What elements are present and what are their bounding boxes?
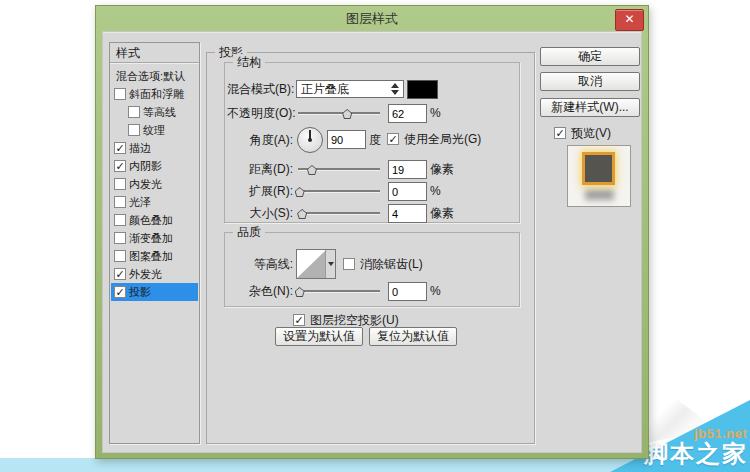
contour-label: 等高线: xyxy=(227,255,293,273)
sidebar-item-inner-shadow[interactable]: ✓ 内阴影 xyxy=(111,157,198,175)
shadow-color-swatch[interactable] xyxy=(407,80,438,99)
ok-button[interactable]: 确定 xyxy=(540,47,640,66)
sidebar-item-inner-glow[interactable]: ✓ 内发光 xyxy=(111,175,198,193)
new-style-button[interactable]: 新建样式(W)... xyxy=(540,98,640,117)
slider-thumb[interactable] xyxy=(307,165,317,175)
noise-row: 杂色(N): % xyxy=(225,282,519,302)
chevron-down-icon xyxy=(328,262,334,266)
distance-input[interactable] xyxy=(388,160,427,179)
size-label: 大小(S): xyxy=(227,204,293,222)
size-slider[interactable] xyxy=(298,212,380,222)
stroke-checkbox[interactable]: ✓ xyxy=(114,142,126,154)
spread-label: 扩展(R): xyxy=(227,182,293,200)
sidebar-item-color-overlay[interactable]: ✓ 颜色叠加 xyxy=(111,211,198,229)
set-default-button[interactable]: 设置为默认值 xyxy=(275,327,363,346)
contour-picker[interactable] xyxy=(296,249,336,279)
distance-row: 距离(D): 像素 xyxy=(225,160,519,180)
close-icon: ✕ xyxy=(624,12,634,26)
slider-track[interactable] xyxy=(298,190,380,193)
size-unit: 像素 xyxy=(430,204,454,222)
blend-mode-row: 混合模式(B): 正片叠底 xyxy=(225,80,519,100)
opacity-input[interactable] xyxy=(388,104,427,123)
check-icon: ✓ xyxy=(555,128,565,138)
sidebar-item-bevel-emboss[interactable]: ✓ 斜面和浮雕 xyxy=(111,85,198,103)
inner-shadow-checkbox[interactable]: ✓ xyxy=(114,160,126,172)
slider-thumb[interactable] xyxy=(295,287,305,297)
watermark-site-name: 脚本之家 xyxy=(644,438,748,470)
cancel-button[interactable]: 取消 xyxy=(540,72,640,91)
size-input[interactable] xyxy=(388,204,427,223)
quality-group: 品质 等高线: ✓ 消除锯齿(L) 杂色(N): xyxy=(224,232,520,307)
inner-glow-checkbox[interactable]: ✓ xyxy=(114,178,126,190)
check-icon: ✓ xyxy=(115,161,125,171)
slider-thumb[interactable] xyxy=(295,187,305,197)
blend-mode-value: 正片叠底 xyxy=(301,82,349,96)
noise-unit: % xyxy=(430,282,441,300)
noise-input[interactable] xyxy=(388,282,427,301)
outer-glow-checkbox[interactable]: ✓ xyxy=(114,268,126,280)
gradient-overlay-checkbox[interactable]: ✓ xyxy=(114,232,126,244)
slider-thumb[interactable] xyxy=(342,109,352,119)
sidebar-item-drop-shadow[interactable]: ✓ 投影 xyxy=(111,283,198,301)
angle-input[interactable] xyxy=(327,130,366,149)
structure-legend: 结构 xyxy=(233,54,265,71)
knockout-checkbox[interactable]: ✓ xyxy=(293,314,305,326)
sidebar-item-texture[interactable]: ✓ 纹理 xyxy=(111,121,198,139)
blend-mode-select[interactable]: 正片叠底 xyxy=(296,80,404,98)
opacity-unit: % xyxy=(430,104,441,122)
slider-thumb[interactable] xyxy=(297,209,307,219)
distance-slider[interactable] xyxy=(298,168,380,178)
structure-group: 结构 混合模式(B): 正片叠底 不透明度(O): xyxy=(224,62,520,223)
angle-hub xyxy=(308,138,312,142)
slider-track[interactable] xyxy=(298,212,380,215)
antialias-checkbox[interactable]: ✓ xyxy=(343,258,355,270)
sidebar-item-satin[interactable]: ✓ 光泽 xyxy=(111,193,198,211)
use-global-light-label: 使用全局光(G) xyxy=(404,131,481,148)
contour-thumbnail xyxy=(297,250,326,278)
angle-dial[interactable] xyxy=(297,127,323,153)
color-overlay-checkbox[interactable]: ✓ xyxy=(114,214,126,226)
antialias-row: ✓ 消除锯齿(L) xyxy=(343,255,423,273)
satin-checkbox[interactable]: ✓ xyxy=(114,196,126,208)
preview-swatch xyxy=(582,152,615,185)
slider-track[interactable] xyxy=(298,112,380,115)
styles-sidebar: 样式 混合选项:默认 ✓ 斜面和浮雕 ✓ 等高线 ✓ 纹理 ✓ 描边 ✓ xyxy=(109,42,200,444)
dialog-titlebar[interactable]: 图层样式 xyxy=(96,6,648,31)
angle-unit: 度 xyxy=(369,131,381,149)
dialog-title: 图层样式 xyxy=(346,11,398,26)
antialias-label: 消除锯齿(L) xyxy=(360,256,423,273)
use-global-light-checkbox[interactable]: ✓ xyxy=(387,133,399,145)
use-global-light-row: ✓ 使用全局光(G) xyxy=(387,130,481,148)
pattern-overlay-checkbox[interactable]: ✓ xyxy=(114,250,126,262)
close-button[interactable]: ✕ xyxy=(615,9,644,31)
spread-input[interactable] xyxy=(388,182,427,201)
sidebar-item-stroke[interactable]: ✓ 描边 xyxy=(111,139,198,157)
spread-slider[interactable] xyxy=(298,190,380,200)
opacity-slider[interactable] xyxy=(298,112,380,122)
sidebar-item-contour[interactable]: ✓ 等高线 xyxy=(111,103,198,121)
check-icon: ✓ xyxy=(115,287,125,297)
sidebar-item-blending-options[interactable]: 混合选项:默认 xyxy=(111,67,198,85)
sidebar-item-outer-glow[interactable]: ✓ 外发光 xyxy=(111,265,198,283)
contour-row: 等高线: ✓ 消除锯齿(L) xyxy=(225,247,519,279)
spread-row: 扩展(R): % xyxy=(225,182,519,202)
slider-track[interactable] xyxy=(298,290,380,293)
contour-dropdown[interactable] xyxy=(325,250,335,278)
drop-shadow-panel: 投影 结构 混合模式(B): 正片叠底 不透明度(O): xyxy=(206,52,535,444)
contour-checkbox[interactable]: ✓ xyxy=(128,106,140,118)
check-icon: ✓ xyxy=(388,134,398,144)
preview-drop-shadow xyxy=(585,189,614,200)
noise-slider[interactable] xyxy=(298,290,380,300)
sidebar-item-gradient-overlay[interactable]: ✓ 渐变叠加 xyxy=(111,229,198,247)
bevel-emboss-checkbox[interactable]: ✓ xyxy=(114,88,126,100)
sidebar-header: 样式 xyxy=(110,43,199,63)
drop-shadow-checkbox[interactable]: ✓ xyxy=(114,286,126,298)
sidebar-item-pattern-overlay[interactable]: ✓ 图案叠加 xyxy=(111,247,198,265)
knockout-label: 图层挖空投影(U) xyxy=(310,312,399,329)
angle-label: 角度(A): xyxy=(227,131,293,149)
check-icon: ✓ xyxy=(115,143,125,153)
reset-default-button[interactable]: 复位为默认值 xyxy=(369,327,457,346)
preview-checkbox[interactable]: ✓ xyxy=(554,127,566,139)
dialog-content: 样式 混合选项:默认 ✓ 斜面和浮雕 ✓ 等高线 ✓ 纹理 ✓ 描边 ✓ xyxy=(102,31,642,453)
texture-checkbox[interactable]: ✓ xyxy=(128,124,140,136)
